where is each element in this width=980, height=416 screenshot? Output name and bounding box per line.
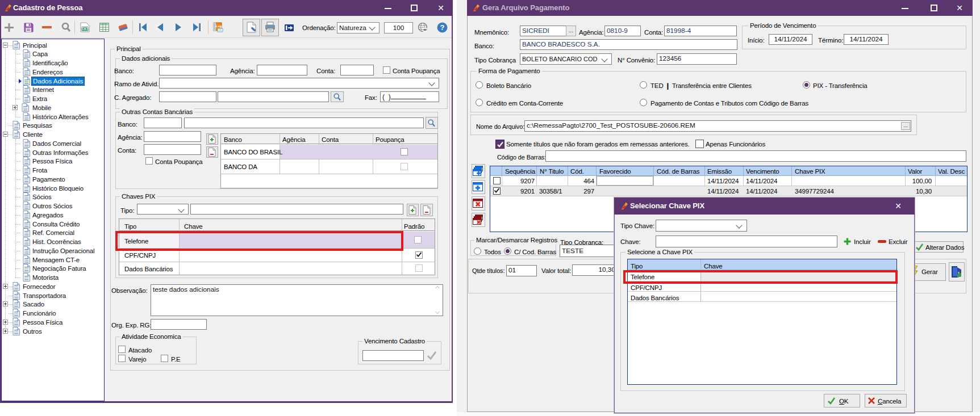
svg-text:?: ? bbox=[440, 23, 445, 32]
svg-text:Log: Log bbox=[216, 24, 222, 28]
svg-text:TXT: TXT bbox=[81, 27, 88, 31]
